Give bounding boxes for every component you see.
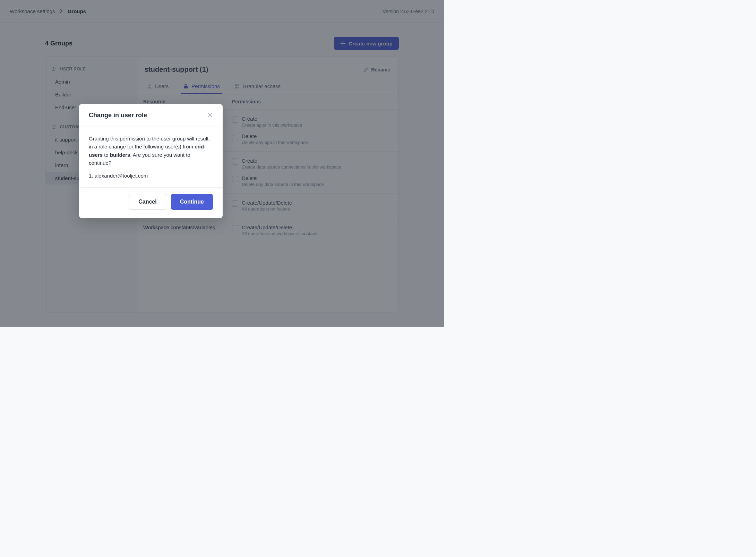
close-icon[interactable] [207,112,213,119]
modal-overlay[interactable]: Change in user role Granting this permis… [0,0,444,327]
modal-body: Granting this permission to the user gro… [79,127,223,187]
modal-user-list: 1. alexander@tooljet.com [89,172,213,180]
modal-title: Change in user role [89,112,147,119]
modal-to-role: builders [110,152,130,158]
role-change-modal: Change in user role Granting this permis… [79,104,223,218]
continue-button[interactable]: Continue [171,194,213,210]
modal-text: to [103,152,110,158]
cancel-button[interactable]: Cancel [129,194,166,210]
modal-text: Granting this permission to the user gro… [89,136,208,149]
